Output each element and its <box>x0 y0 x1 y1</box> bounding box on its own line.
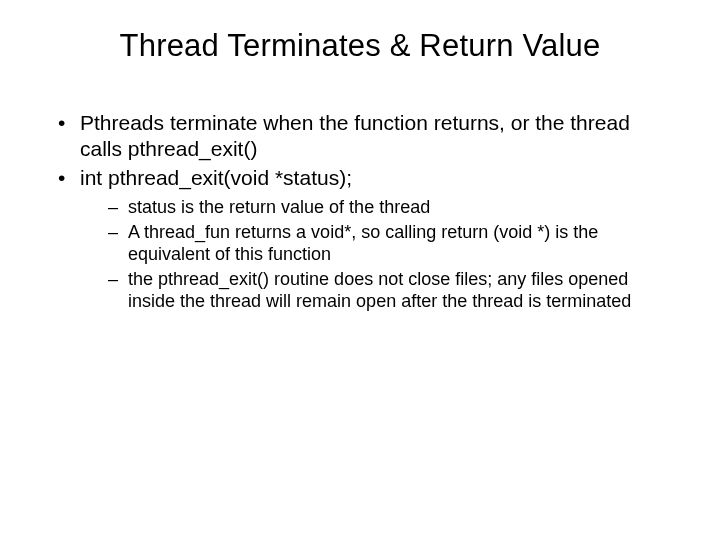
bullet-item: Pthreads terminate when the function ret… <box>58 110 670 161</box>
sub-bullet-text: status is the return value of the thread <box>128 197 430 217</box>
sub-bullet-item: the pthread_exit() routine does not clos… <box>108 269 670 313</box>
bullet-list: Pthreads terminate when the function ret… <box>50 110 670 313</box>
slide: Thread Terminates & Return Value Pthread… <box>0 0 720 540</box>
sub-bullet-item: A thread_fun returns a void*, so calling… <box>108 222 670 266</box>
bullet-text: int pthread_exit(void *status); <box>80 166 352 189</box>
slide-title: Thread Terminates & Return Value <box>50 28 670 64</box>
bullet-item: int pthread_exit(void *status); status i… <box>58 165 670 312</box>
sub-bullet-text: A thread_fun returns a void*, so calling… <box>128 222 598 264</box>
sub-bullet-list: status is the return value of the thread… <box>80 197 670 313</box>
sub-bullet-text: the pthread_exit() routine does not clos… <box>128 269 631 311</box>
bullet-text: Pthreads terminate when the function ret… <box>80 111 630 160</box>
sub-bullet-item: status is the return value of the thread <box>108 197 670 219</box>
